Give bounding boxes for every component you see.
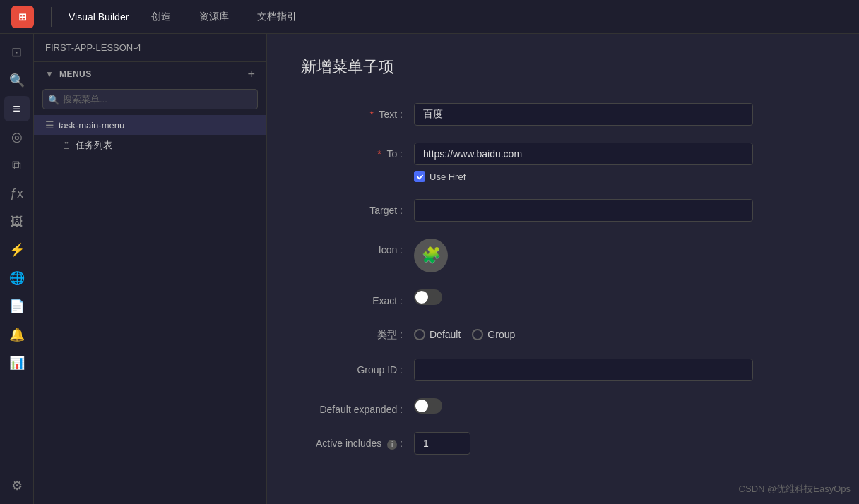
radio-circle-default[interactable] (414, 329, 425, 340)
left-panel: FIRST-APP-LESSON-4 ▼ MENUS + 🔍 ☰ task-ma… (34, 34, 267, 504)
group-id-label: Group ID : (301, 359, 414, 376)
main-content: 新增菜单子项 * Text : * To : (267, 34, 859, 504)
nav-docs[interactable]: 文档指引 (251, 8, 302, 26)
project-name: FIRST-APP-LESSON-4 (34, 34, 266, 62)
to-control-group: Use Href (414, 143, 753, 182)
logo[interactable]: ⊞ (11, 6, 34, 28)
form-row-text: * Text : (301, 103, 825, 126)
active-includes-label: Active includes i : (301, 432, 414, 450)
menu-icon: ☰ (45, 119, 54, 131)
page-icon: 🗒 (62, 140, 71, 151)
icon-label: Icon : (301, 239, 414, 256)
active-includes-input[interactable] (414, 432, 470, 455)
icon-picker-button[interactable]: 🧩 (414, 239, 448, 272)
nav-divider (51, 7, 52, 27)
target-input[interactable] (414, 199, 753, 222)
form-row-exact: Exact : (301, 289, 825, 306)
sidebar-item-image[interactable]: 🖼 (4, 209, 30, 234)
toggle-knob-expanded (415, 400, 428, 412)
menu-item-label: task-main-menu (59, 120, 124, 131)
page-title: 新增菜单子项 (301, 56, 825, 78)
sidebar-item-fx[interactable]: ƒx (4, 181, 30, 206)
target-label: Target : (301, 199, 414, 216)
add-menu-button[interactable]: + (247, 68, 255, 80)
sidebar-item-bell[interactable]: 🔔 (4, 322, 30, 347)
sidebar-item-file[interactable]: 📄 (4, 294, 30, 319)
top-navigation: ⊞ Visual Builder 创造 资源库 文档指引 (0, 0, 859, 34)
use-href-row: Use Href (414, 171, 753, 182)
to-label: * To : (301, 143, 414, 160)
form-row-group-id: Group ID : (301, 359, 825, 381)
sidebar-item-chart[interactable]: 📊 (4, 350, 30, 376)
text-label: * Text : (301, 103, 414, 120)
form-row-to: * To : Use Href (301, 143, 825, 182)
use-href-checkbox[interactable] (414, 171, 425, 182)
sidebar-item-globe[interactable]: 🌐 (4, 265, 30, 291)
form-row-target: Target : (301, 199, 825, 222)
required-star-to: * (377, 148, 381, 160)
radio-group-option[interactable]: Group (472, 329, 515, 340)
sidebar-item-list[interactable]: ≡ (4, 96, 30, 121)
brand-name: Visual Builder (69, 11, 129, 23)
sidebar-item-globe2[interactable]: ◎ (4, 124, 30, 150)
type-label: 类型 : (301, 323, 414, 342)
chevron-down-icon: ▼ (45, 69, 54, 79)
form-row-type: 类型 : Default Group (301, 323, 825, 342)
exact-toggle[interactable] (414, 289, 442, 305)
main-layout: ⊡ 🔍 ≡ ◎ ⧉ ƒx 🖼 ⚡ 🌐 📄 🔔 📊 ⚙ FIRST-APP-LES… (0, 34, 859, 504)
form-row-icon: Icon : 🧩 (301, 239, 825, 272)
search-icon: 🔍 (48, 94, 59, 104)
text-input[interactable] (414, 103, 753, 126)
form-row-default-expanded: Default expanded : (301, 398, 825, 415)
required-star: * (369, 109, 373, 120)
search-input[interactable] (42, 89, 258, 109)
search-box: 🔍 (42, 89, 258, 109)
menus-section-header: ▼ MENUS + (34, 62, 266, 86)
sidebar-item-search[interactable]: 🔍 (4, 68, 30, 93)
active-includes-info-icon[interactable]: i (387, 440, 397, 450)
radio-default[interactable]: Default (414, 329, 461, 340)
radio-default-label: Default (430, 329, 461, 340)
to-input[interactable] (414, 143, 753, 165)
default-expanded-toggle[interactable] (414, 398, 442, 414)
nav-resources[interactable]: 资源库 (194, 8, 235, 26)
icon-sidebar: ⊡ 🔍 ≡ ◎ ⧉ ƒx 🖼 ⚡ 🌐 📄 🔔 📊 ⚙ (0, 34, 34, 504)
menu-child-label: 任务列表 (76, 139, 112, 152)
exact-label: Exact : (301, 289, 414, 306)
menu-tree-item-main[interactable]: ☰ task-main-menu (34, 115, 266, 135)
menu-tree-item-list[interactable]: 🗒 任务列表 (34, 135, 266, 156)
default-expanded-label: Default expanded : (301, 398, 414, 415)
radio-group-label: Group (487, 329, 515, 340)
use-href-label[interactable]: Use Href (430, 172, 466, 182)
section-title: MENUS (59, 69, 244, 79)
radio-circle-group[interactable] (472, 329, 483, 340)
sidebar-item-settings[interactable]: ⚙ (4, 473, 30, 498)
toggle-knob (415, 291, 428, 304)
sidebar-item-layers[interactable]: ⧉ (4, 152, 30, 178)
form-row-active-includes: Active includes i : (301, 432, 825, 455)
type-radio-group: Default Group (414, 323, 515, 340)
sidebar-item-bolt[interactable]: ⚡ (4, 237, 30, 263)
group-id-input[interactable] (414, 359, 753, 381)
watermark: CSDN @优维科技EasyOps (739, 483, 851, 496)
nav-create[interactable]: 创造 (146, 8, 177, 26)
sidebar-item-pages[interactable]: ⊡ (4, 40, 30, 65)
puzzle-icon: 🧩 (422, 246, 441, 265)
checkmark-icon (416, 173, 424, 181)
